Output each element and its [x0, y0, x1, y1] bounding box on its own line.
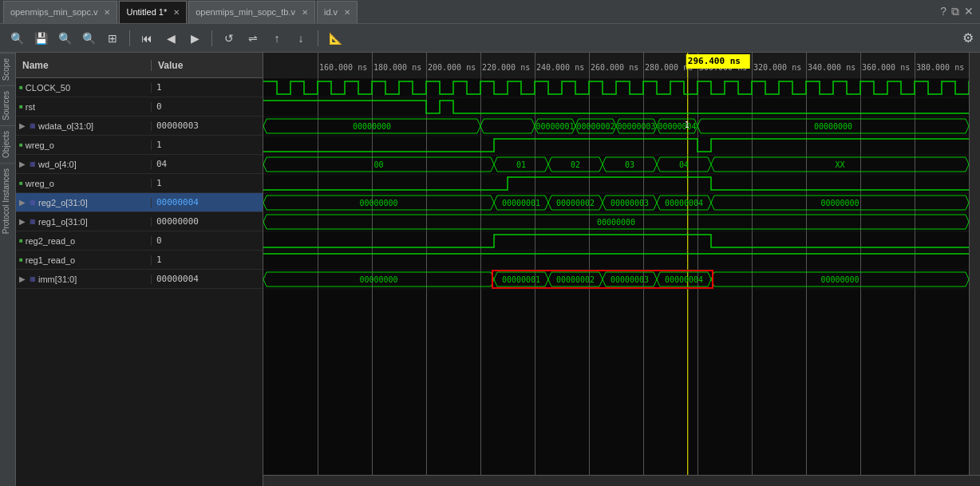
clock50-icon: ■	[19, 84, 23, 91]
signal-row-reg1read[interactable]: ■ reg1_read_o 1	[16, 251, 263, 270]
waveform-area[interactable]	[263, 53, 980, 486]
go-prev-button[interactable]: ◀	[160, 28, 181, 49]
settings-gear-icon[interactable]: ⚙	[962, 30, 974, 45]
sidebar-scope[interactable]: Scope	[0, 53, 15, 85]
signal-name-clock50: ■ CLOCK_50	[16, 83, 152, 93]
tab-label-id: id.v	[324, 7, 338, 17]
sidebar-objects[interactable]: Objects	[0, 125, 15, 163]
reg1read-label: reg1_read_o	[26, 255, 75, 265]
tab-actions: ? ⧉ ✕	[940, 5, 980, 18]
wdata-label: wdata_o[31:0]	[38, 121, 93, 131]
reg1-value: 00000000	[152, 216, 204, 227]
cursor-up-button[interactable]: ↑	[267, 28, 287, 49]
tab-id[interactable]: id.v ✕	[317, 1, 358, 23]
reg1-expand-icon[interactable]: ▶	[19, 217, 26, 226]
reg2-bus-icon: ▦	[30, 199, 36, 206]
tab-close-id-icon[interactable]: ✕	[344, 8, 350, 17]
save-button[interactable]: 💾	[30, 28, 51, 49]
reg1read-value: 1	[152, 255, 167, 265]
wd-value: 04	[152, 159, 172, 169]
wd-expand-icon[interactable]: ▶	[19, 160, 26, 168]
tab-close-tb-icon[interactable]: ✕	[302, 8, 308, 17]
signal-row-clock50[interactable]: ■ CLOCK_50 1	[16, 78, 263, 97]
wreg1-value: 1	[152, 140, 167, 150]
signal-row-imm[interactable]: ▶ ▦ imm[31:0] 00000004	[16, 270, 263, 289]
signal-row-wreg1[interactable]: ■ wreg_o 1	[16, 136, 263, 155]
swap-button[interactable]: ⇌	[243, 28, 263, 49]
signal-header: Name Value	[16, 53, 263, 78]
go-start-button[interactable]: ⏮	[136, 28, 157, 49]
reg1-bus-icon: ▦	[30, 218, 36, 225]
imm-expand-icon[interactable]: ▶	[19, 275, 26, 283]
reg2-label: reg2_o[31:0]	[38, 198, 88, 207]
imm-value: 00000004	[152, 274, 204, 284]
signal-rows: ■ CLOCK_50 1 ■ rst 0 ▶ ▦ wdata_o[31:0]	[16, 78, 263, 486]
tab-close-icon[interactable]: ✕	[104, 8, 110, 17]
sidebar-protocol-instances[interactable]: Protocol Instances	[0, 163, 15, 239]
tab-openmips-tb[interactable]: openmips_min_sopc_tb.v ✕	[188, 1, 315, 23]
separator-3	[318, 30, 318, 46]
signal-name-reg1: ▶ ▦ reg1_o[31:0]	[16, 217, 152, 227]
zoom-fit-button[interactable]: 🔍	[54, 28, 75, 49]
zoom-in-button[interactable]: 🔍	[6, 28, 27, 49]
refresh-button[interactable]: ↺	[219, 28, 239, 49]
restore-icon[interactable]: ⧉	[951, 5, 959, 18]
sidebar-sources[interactable]: Sources	[0, 85, 15, 125]
reg2read-icon: ■	[19, 237, 23, 244]
vertical-scrollbar[interactable]	[969, 53, 980, 475]
waveform-canvas	[263, 53, 980, 486]
zoom-out-button[interactable]: 🔍	[78, 28, 99, 49]
header-value: Value	[152, 60, 189, 71]
reg1-label: reg1_o[31:0]	[38, 217, 88, 227]
tab-openmips-sopc[interactable]: openmips_min_sopc.v ✕	[3, 1, 117, 23]
cursor-down-button[interactable]: ↓	[290, 28, 311, 49]
signal-name-imm: ▶ ▦ imm[31:0]	[16, 275, 152, 284]
signal-row-reg2[interactable]: ▶ ▦ reg2_o[31:0] 00000004	[16, 193, 263, 212]
imm-bus-icon: ▦	[30, 275, 36, 283]
horizontal-scrollbar[interactable]	[263, 475, 980, 486]
wreg1-label: wreg_o	[26, 140, 54, 150]
signal-name-reg2read: ■ reg2_read_o	[16, 236, 152, 246]
separator-1	[129, 30, 130, 46]
reg1read-icon: ■	[19, 256, 23, 263]
reg2read-value: 0	[152, 235, 167, 246]
close-window-icon[interactable]: ✕	[964, 5, 974, 18]
rst-label: rst	[26, 102, 35, 112]
signal-row-wdata[interactable]: ▶ ▦ wdata_o[31:0] 00000003	[16, 117, 263, 136]
measure-button[interactable]: 📐	[325, 28, 346, 49]
signal-row-reg1[interactable]: ▶ ▦ reg1_o[31:0] 00000000	[16, 212, 263, 231]
full-screen-button[interactable]: ⊞	[102, 28, 123, 49]
wreg1-icon: ■	[19, 141, 23, 148]
tab-untitled[interactable]: Untitled 1* ✕	[119, 1, 187, 23]
clock50-value: 1	[152, 82, 167, 93]
signal-name-reg1read: ■ reg1_read_o	[16, 255, 152, 265]
reg2read-label: reg2_read_o	[26, 236, 75, 246]
signal-row-reg2read[interactable]: ■ reg2_read_o 0	[16, 231, 263, 251]
rst-icon: ■	[19, 103, 23, 110]
reg2-expand-icon[interactable]: ▶	[19, 198, 26, 207]
signal-name-wd: ▶ ▦ wd_o[4:0]	[16, 160, 152, 169]
signal-name-wreg1: ■ wreg_o	[16, 140, 152, 150]
wreg2-icon: ■	[19, 180, 23, 187]
separator-2	[211, 30, 212, 46]
tab-bar: openmips_min_sopc.v ✕ Untitled 1* ✕ open…	[0, 0, 980, 24]
tab-label-tb: openmips_min_sopc_tb.v	[196, 7, 295, 17]
signal-row-wreg2[interactable]: ■ wreg_o 1	[16, 174, 263, 193]
header-name: Name	[16, 60, 152, 71]
signal-row-wd[interactable]: ▶ ▦ wd_o[4:0] 04	[16, 155, 263, 174]
signal-row-rst[interactable]: ■ rst 0	[16, 97, 263, 117]
wdata-expand-icon[interactable]: ▶	[19, 121, 26, 130]
help-icon[interactable]: ?	[940, 5, 946, 18]
signal-name-reg2: ▶ ▦ reg2_o[31:0]	[16, 198, 152, 207]
main-layout: Scope Sources Objects Protocol Instances…	[0, 53, 980, 486]
wreg2-label: wreg_o	[26, 179, 54, 188]
wdata-value: 00000003	[152, 121, 204, 131]
tab-close-active-icon[interactable]: ✕	[173, 8, 180, 17]
imm-label: imm[31:0]	[38, 275, 77, 284]
signal-name-rst: ■ rst	[16, 102, 152, 112]
wd-bus-icon: ▦	[30, 160, 36, 168]
signal-panel: Name Value ■ CLOCK_50 1 ■ rst 0	[16, 53, 263, 486]
rst-value: 0	[152, 101, 167, 112]
go-next-button[interactable]: ▶	[184, 28, 205, 49]
tab-label: openmips_min_sopc.v	[10, 7, 97, 17]
